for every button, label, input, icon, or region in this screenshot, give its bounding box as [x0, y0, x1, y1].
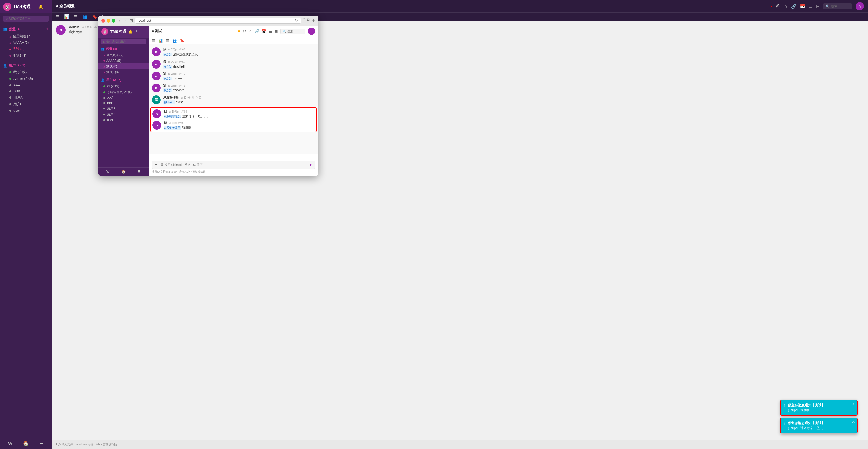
inner-footer-home[interactable]: 🏠	[122, 170, 126, 173]
channels-section-header[interactable]: 👥 频道 (4) +	[3, 25, 49, 33]
link-icon[interactable]: 🔗	[791, 4, 796, 9]
sidebar-item-ceshi[interactable]: # 测试 (3)	[3, 45, 49, 52]
inner-list-icon[interactable]: ☰	[269, 29, 272, 33]
offline-dot	[9, 110, 11, 112]
inner-user-admin[interactable]: 系统管理员 (在线)	[98, 89, 149, 95]
inner-users-section-header[interactable]: 👤 用户 (2 / 7)	[98, 77, 149, 83]
inner-channels-header[interactable]: 👥 频道 (4) +	[98, 45, 149, 52]
inner-footer-menu[interactable]: ☰	[137, 170, 141, 173]
inner-plus-icon[interactable]: +	[155, 162, 157, 167]
browser-copy-icon[interactable]: ⧉	[307, 21, 310, 24]
footer-w-icon[interactable]: W	[8, 441, 12, 446]
footer-menu-icon[interactable]: ☰	[39, 441, 44, 446]
inner-at-icon[interactable]: @	[243, 29, 246, 33]
inner-filter-icon: ⊟	[152, 156, 154, 160]
hamburger-icon[interactable]: ☰	[56, 14, 60, 19]
inner-star-icon[interactable]: ☆	[249, 29, 252, 33]
inner-input-hint: @ 输入支持 markdown 语法, ctrl+v 剪贴板粘贴	[152, 170, 315, 173]
sidebar-item-ceshi2[interactable]: # 测试2 (3)	[3, 52, 49, 59]
sidebar-user-bbb[interactable]: BBB	[3, 88, 49, 94]
inner-msg-author: 我	[164, 121, 167, 125]
inner-layout-icon[interactable]: ⊞	[275, 29, 278, 33]
list-icon[interactable]: ☰	[809, 4, 812, 9]
users-section-header[interactable]: 👤 用户 (2 / 7)	[3, 62, 49, 69]
notification-dot-icon: ●	[771, 5, 773, 8]
sidebar-user-user[interactable]: user	[3, 107, 49, 114]
add-channel-button[interactable]: +	[46, 26, 49, 32]
browser-maximize-button[interactable]	[112, 21, 115, 23]
user-avatar: n	[856, 2, 864, 10]
inner-message-input[interactable]	[159, 163, 308, 167]
inner-item-aaaaa[interactable]: # AAAAA (5)	[98, 58, 149, 63]
sidebar-item-aaaaa[interactable]: # AAAAA (5)	[3, 39, 49, 45]
sidebar-user-aaa[interactable]: AAA	[3, 82, 49, 88]
inner-bookmark-tb[interactable]: 🔖	[180, 38, 184, 43]
online-indicator	[103, 91, 105, 93]
browser-new-tab-button[interactable]: +	[312, 21, 315, 24]
offline-indicator	[103, 97, 105, 99]
inner-search-input-top[interactable]	[287, 30, 303, 33]
sidebar-user-me[interactable]: 我 (在线)	[3, 69, 49, 75]
inner-calendar-icon[interactable]: 📅	[262, 29, 266, 33]
inner-item-quanyupindao[interactable]: # 全员频道 (7)	[98, 52, 149, 58]
inner-users-tb[interactable]: 👥	[172, 38, 177, 43]
inner-item-ceshi[interactable]: # 测试 (3)	[98, 63, 149, 69]
bookmark-icon[interactable]: 🔖	[92, 14, 97, 19]
inner-hash: #	[103, 59, 105, 63]
offline-indicator	[103, 114, 105, 115]
browser-share-icon[interactable]: ⤴	[303, 21, 305, 24]
browser-back-button[interactable]: ‹	[117, 21, 122, 24]
browser-url-bar[interactable]: localhost ↻	[135, 21, 301, 24]
inner-send-button[interactable]: ➤	[309, 163, 312, 167]
sidebar-user-yonghua[interactable]: 用户A	[3, 94, 49, 101]
notification-icon[interactable]: 🔔	[38, 5, 43, 9]
toast-1-close[interactable]: ✕	[852, 402, 855, 406]
inner-menu-icon[interactable]: ⋮	[135, 30, 138, 34]
at-icon[interactable]: @	[776, 4, 780, 8]
browser-close-button[interactable]	[101, 21, 105, 23]
bar-chart-icon[interactable]: 📊	[64, 14, 69, 19]
browser-minimize-button[interactable]	[106, 21, 110, 23]
inner-search-input[interactable]	[101, 39, 146, 44]
inner-user-aaa[interactable]: AAA	[98, 95, 149, 100]
sidebar-user-admin[interactable]: Admin (在线)	[3, 75, 49, 82]
inner-notif-icon[interactable]: 🔔	[128, 30, 133, 34]
inner-user-me[interactable]: 我 (在线)	[98, 83, 149, 89]
layout-icon[interactable]: ⊞	[816, 4, 819, 9]
inner-msg-id: #497	[196, 96, 202, 99]
inner-user-bbb[interactable]: BBB	[98, 100, 149, 105]
browser-expand-button[interactable]: ⊡	[130, 21, 133, 23]
browser-window: ‹ › ⊡ localhost ↻ ⤴ ⧉ +	[98, 21, 318, 175]
inner-link-icon[interactable]: 🔗	[255, 29, 259, 33]
browser-refresh-icon[interactable]: ↻	[295, 21, 298, 23]
inner-info-tb[interactable]: ℹ	[187, 38, 189, 43]
inner-hamburger[interactable]: ☰	[152, 38, 155, 43]
users-icon: 👥	[3, 27, 7, 31]
share-icon[interactable]: ⋮	[45, 5, 49, 9]
inner-user-user[interactable]: user	[98, 118, 149, 123]
calendar-icon[interactable]: 📅	[800, 4, 805, 9]
inner-user-yonghub[interactable]: 用户B	[98, 111, 149, 118]
group-icon[interactable]: 👥	[82, 14, 87, 19]
main-area: # 全员频道 ● @ ☆ 🔗 📅 ☰ ⊞ 🔍 n ☰ 📊 ☰ 👥	[52, 0, 868, 449]
sidebar-search-input[interactable]	[3, 15, 49, 22]
browser-forward-button[interactable]: ›	[123, 21, 127, 24]
sidebar-item-quanyupindao[interactable]: # 全员频道 (7)	[3, 33, 49, 39]
inner-list-tb[interactable]: ☰	[166, 38, 169, 43]
outer-search-input[interactable]	[831, 4, 849, 8]
app-logo: 🐰	[3, 3, 11, 11]
footer-home-icon[interactable]: 🏠	[23, 441, 29, 446]
inner-bar-chart[interactable]: 📊	[158, 38, 163, 43]
inner-footer-w[interactable]: W	[106, 170, 110, 173]
inner-add-channel[interactable]: +	[144, 46, 146, 51]
toast-2-close[interactable]: ✕	[852, 420, 855, 424]
list2-icon[interactable]: ☰	[74, 14, 78, 19]
inner-message-499: n 我 🖥 刚刚 #499 @系统管理员 速度啊	[152, 121, 314, 130]
inner-item-ceshi2[interactable]: # 测试2 (3)	[98, 69, 149, 75]
inner-sidebar: 🐰 TMS沟通 🔔 ⋮	[98, 26, 149, 175]
inner-msg-body-469: @全员 dsadfsdf	[163, 65, 315, 68]
toast-info-icon: ℹ	[784, 403, 786, 408]
inner-user-yonghua[interactable]: 用户A	[98, 105, 149, 111]
sidebar-user-yonghub[interactable]: 用户B	[3, 101, 49, 107]
star-icon[interactable]: ☆	[784, 4, 787, 9]
